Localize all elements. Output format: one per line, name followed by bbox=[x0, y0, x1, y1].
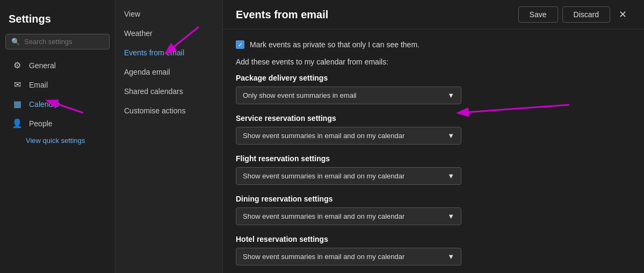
package-delivery-title: Package delivery settings bbox=[236, 74, 631, 82]
search-box[interactable]: 🔍 bbox=[5, 34, 110, 49]
private-events-label: Mark events as private so that only I ca… bbox=[250, 40, 419, 49]
package-delivery-dropdown[interactable]: Only show event summaries in email ▼ bbox=[236, 87, 461, 104]
flight-reservation-dropdown[interactable]: Show event summaries in email and on my … bbox=[236, 167, 461, 185]
middle-item-events-from-email[interactable]: Events from email bbox=[115, 43, 222, 62]
main-content: Events from email Save Discard ✕ Mark ev… bbox=[223, 0, 644, 273]
flight-reservation-value: Show event summaries in email and on my … bbox=[243, 172, 404, 180]
private-events-checkbox-row: Mark events as private so that only I ca… bbox=[236, 40, 631, 49]
package-delivery-value: Only show event summaries in email bbox=[243, 91, 357, 99]
hotel-reservation-value: Show event summaries in email and on my … bbox=[243, 253, 404, 261]
chevron-down-icon: ▼ bbox=[447, 132, 454, 140]
middle-item-weather[interactable]: Weather bbox=[115, 24, 222, 43]
service-reservation-group: Service reservation settings Show event … bbox=[236, 114, 631, 145]
page-title: Events from email bbox=[236, 9, 328, 21]
sidebar-item-general[interactable]: ⚙ General bbox=[3, 56, 112, 75]
hotel-reservation-group: Hotel reservation settings Show event su… bbox=[236, 235, 631, 265]
people-icon: 👤 bbox=[12, 118, 23, 128]
header-actions: Save Discard ✕ bbox=[518, 6, 631, 23]
sidebar-item-calendar[interactable]: ▦ Calendar bbox=[3, 95, 112, 113]
hotel-reservation-title: Hotel reservation settings bbox=[236, 235, 631, 243]
service-reservation-title: Service reservation settings bbox=[236, 114, 631, 123]
section-label: Add these events to my calendar from ema… bbox=[236, 58, 631, 66]
search-icon: 🔍 bbox=[11, 38, 20, 46]
middle-panel: View Weather Events from email Agenda em… bbox=[115, 0, 223, 273]
sidebar-item-label: Calendar bbox=[29, 100, 60, 109]
main-header: Events from email Save Discard ✕ bbox=[223, 0, 644, 30]
sidebar: Settings 🔍 ⚙ General ✉ Email ▦ Calendar … bbox=[0, 0, 115, 273]
general-icon: ⚙ bbox=[12, 60, 23, 70]
dining-reservation-group: Dining reservation settings Show event s… bbox=[236, 195, 631, 225]
service-reservation-dropdown[interactable]: Show event summaries in email and on my … bbox=[236, 127, 461, 145]
chevron-down-icon: ▼ bbox=[447, 253, 454, 261]
middle-item-view[interactable]: View bbox=[115, 4, 222, 24]
flight-reservation-group: Flight reservation settings Show event s… bbox=[236, 154, 631, 185]
private-events-checkbox[interactable] bbox=[236, 40, 244, 49]
chevron-down-icon: ▼ bbox=[447, 212, 454, 220]
close-button[interactable]: ✕ bbox=[614, 6, 631, 23]
chevron-down-icon: ▼ bbox=[447, 91, 454, 99]
dining-reservation-title: Dining reservation settings bbox=[236, 195, 631, 203]
sidebar-item-label: General bbox=[29, 61, 56, 70]
email-icon: ✉ bbox=[12, 80, 23, 90]
dining-reservation-dropdown[interactable]: Show event summaries in email and on my … bbox=[236, 207, 461, 225]
middle-item-customise-actions[interactable]: Customise actions bbox=[115, 101, 222, 120]
view-quick-settings-link[interactable]: View quick settings bbox=[0, 133, 115, 148]
dining-reservation-value: Show event summaries in email and on my … bbox=[243, 212, 404, 220]
sidebar-item-label: Email bbox=[29, 81, 48, 89]
sidebar-item-email[interactable]: ✉ Email bbox=[3, 75, 112, 94]
middle-item-shared-calendars[interactable]: Shared calendars bbox=[115, 82, 222, 101]
hotel-reservation-dropdown[interactable]: Show event summaries in email and on my … bbox=[236, 248, 461, 265]
search-input[interactable] bbox=[24, 38, 104, 46]
sidebar-item-people[interactable]: 👤 People bbox=[3, 114, 112, 133]
main-body: Mark events as private so that only I ca… bbox=[223, 30, 644, 273]
flight-reservation-title: Flight reservation settings bbox=[236, 154, 631, 163]
sidebar-title: Settings bbox=[0, 9, 115, 34]
package-delivery-group: Package delivery settings Only show even… bbox=[236, 74, 631, 104]
calendar-icon: ▦ bbox=[12, 99, 23, 109]
service-reservation-value: Show event summaries in email and on my … bbox=[243, 132, 404, 140]
middle-item-agenda-email[interactable]: Agenda email bbox=[115, 62, 222, 82]
save-button[interactable]: Save bbox=[518, 6, 558, 23]
chevron-down-icon: ▼ bbox=[447, 172, 454, 180]
sidebar-item-label: People bbox=[29, 119, 53, 128]
discard-button[interactable]: Discard bbox=[562, 6, 610, 23]
